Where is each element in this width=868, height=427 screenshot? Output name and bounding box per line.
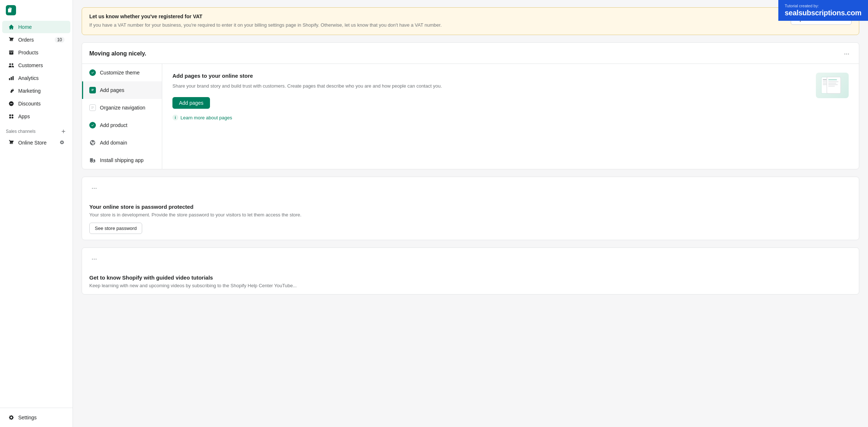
sidebar-logo	[0, 0, 73, 20]
password-card-menu-button[interactable]: ···	[89, 183, 99, 193]
sidebar-item-settings[interactable]: Settings	[2, 411, 70, 424]
setup-step-content: Add pages to your online store Share you…	[162, 64, 859, 169]
shopify-logo-icon	[6, 5, 16, 15]
online-store-icon	[8, 139, 15, 146]
step-label: Customize theme	[100, 70, 140, 76]
sidebar-item-analytics[interactable]: Analytics	[2, 72, 70, 84]
products-icon	[8, 49, 15, 56]
marketing-icon	[8, 88, 15, 94]
step-active-icon	[89, 86, 96, 94]
password-card-title: Your online store is password protected	[89, 204, 852, 210]
setup-content-description: Share your brand story and build trust w…	[172, 82, 807, 90]
discounts-icon	[8, 100, 15, 107]
step-label: Add pages	[100, 87, 124, 93]
setup-step-text: Add pages to your online store Share you…	[172, 73, 807, 121]
settings-icon	[8, 414, 15, 421]
sidebar-item-label: Customers	[18, 62, 43, 68]
sales-channels-section: Sales channels	[0, 123, 73, 136]
step-customize-theme[interactable]: Customize theme	[82, 64, 162, 81]
setup-content-title: Add pages to your online store	[172, 73, 807, 79]
vat-banner: Let us know whether you've registered fo…	[82, 7, 859, 35]
step-add-domain[interactable]: Add domain	[82, 134, 162, 151]
sidebar-item-label: Settings	[18, 415, 37, 420]
sidebar-item-label: Apps	[18, 114, 30, 119]
setup-card: Moving along nicely. ··· Customize theme	[82, 42, 859, 169]
setup-step-illustration	[816, 73, 849, 98]
password-card-body: Your online store is password protected …	[82, 198, 859, 240]
sidebar-item-label: Analytics	[18, 75, 39, 81]
setup-card-menu-button[interactable]: ···	[842, 49, 852, 59]
step-done-icon	[89, 69, 96, 76]
orders-icon	[8, 36, 15, 43]
analytics-icon	[8, 75, 15, 81]
step-install-shipping-app[interactable]: Install shipping app	[82, 151, 162, 169]
sidebar-item-discounts[interactable]: Discounts	[2, 97, 70, 110]
step-label: Install shipping app	[100, 157, 144, 163]
svg-rect-12	[828, 84, 838, 85]
sidebar-item-products[interactable]: Products	[2, 46, 70, 59]
setup-card-header: Moving along nicely. ···	[82, 43, 859, 64]
tutorial-card-body: Get to know Shopify with guided video tu…	[82, 269, 859, 294]
password-card: ··· Your online store is password protec…	[82, 177, 859, 240]
vat-banner-content: Let us know whether you've registered fo…	[89, 14, 785, 29]
pages-illustration	[816, 73, 849, 98]
online-store-settings-icon[interactable]	[59, 140, 65, 146]
learn-more-link[interactable]: Learn more about pages	[180, 115, 232, 120]
sidebar-item-label: Orders	[18, 37, 34, 43]
tutorial-card: ··· Get to know Shopify with guided vide…	[82, 247, 859, 295]
truck-icon	[89, 157, 96, 164]
svg-rect-9	[828, 79, 837, 80]
password-card-header: ···	[82, 177, 859, 198]
svg-rect-13	[828, 86, 835, 86]
sidebar-item-label: Products	[18, 50, 38, 55]
add-pages-button[interactable]: Add pages	[172, 97, 210, 109]
sidebar-item-apps[interactable]: Apps	[2, 110, 70, 123]
promo-top-text: Tutorial created by:	[785, 4, 861, 8]
apps-icon	[8, 113, 15, 120]
promo-main-text: sealsubscriptions.com	[785, 9, 861, 17]
step-pending-icon	[89, 104, 96, 111]
step-label: Organize navigation	[100, 105, 145, 111]
sidebar-item-label: Home	[18, 24, 32, 30]
see-store-password-button[interactable]: See store password	[89, 223, 142, 234]
sidebar-item-marketing[interactable]: Marketing	[2, 85, 70, 97]
svg-rect-11	[828, 83, 836, 84]
online-store-label: Online Store	[18, 140, 47, 146]
orders-badge: 10	[55, 37, 65, 43]
tutorial-card-header: ···	[82, 248, 859, 269]
step-add-product[interactable]: Add product	[82, 116, 162, 134]
sidebar-item-label: Marketing	[18, 88, 40, 94]
tutorial-card-title: Get to know Shopify with guided video tu…	[89, 274, 852, 281]
tutorial-card-menu-button[interactable]: ···	[89, 254, 99, 264]
sidebar-item-home[interactable]: Home	[2, 21, 70, 33]
sidebar-item-customers[interactable]: Customers	[2, 59, 70, 72]
setup-steps-list: Customize theme Add pages	[82, 64, 162, 169]
globe-icon	[89, 139, 96, 146]
sidebar-item-label: Discounts	[18, 101, 40, 107]
customers-icon	[8, 62, 15, 69]
sidebar: Home Orders 10 Products Customers	[0, 0, 73, 427]
info-icon: i	[172, 115, 178, 120]
promo-banner: Tutorial created by: sealsubscriptions.c…	[778, 0, 868, 21]
setup-card-title: Moving along nicely.	[89, 50, 146, 57]
svg-rect-10	[828, 81, 838, 82]
main-content: Let us know whether you've registered fo…	[73, 0, 868, 427]
sidebar-item-online-store[interactable]: Online Store	[2, 136, 70, 149]
step-done-icon	[89, 122, 96, 129]
learn-more-link-container: i Learn more about pages	[172, 115, 807, 120]
setup-grid: Customize theme Add pages	[82, 64, 859, 169]
step-add-pages[interactable]: Add pages	[82, 81, 162, 99]
sidebar-item-orders[interactable]: Orders 10	[2, 34, 70, 46]
password-card-description: Your store is in development. Provide th…	[89, 212, 852, 218]
sidebar-navigation: Home Orders 10 Products Customers	[0, 20, 73, 408]
sales-channels-label: Sales channels	[6, 129, 35, 134]
step-organize-navigation[interactable]: Organize navigation	[82, 99, 162, 116]
home-icon	[8, 24, 15, 30]
step-label: Add product	[100, 122, 128, 128]
sidebar-bottom: Settings	[0, 408, 73, 427]
vat-banner-title: Let us know whether you've registered fo…	[89, 14, 785, 19]
vat-banner-description: If you have a VAT number for your busine…	[89, 22, 785, 29]
step-label: Add domain	[100, 140, 127, 146]
tutorial-card-description: Keep learning with new and upcoming vide…	[89, 283, 852, 288]
add-sales-channel-button[interactable]	[60, 128, 67, 135]
